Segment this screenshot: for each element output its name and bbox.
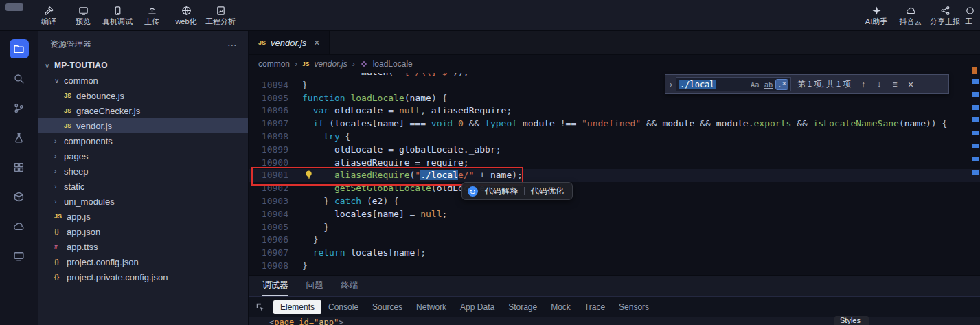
tree-item-uni-modules[interactable]: ›uni_modules bbox=[38, 194, 248, 209]
compile-button[interactable]: 编译 bbox=[33, 0, 65, 30]
breadcrumb-item-common[interactable]: common bbox=[258, 59, 290, 69]
code-line-10906: 10906} bbox=[249, 234, 980, 247]
devtools-tab-sources[interactable]: Sources bbox=[365, 300, 409, 314]
tree-item-mp-toutiao[interactable]: ∨MP-TOUTIAO bbox=[38, 58, 248, 73]
devtools-tab-console[interactable]: Console bbox=[321, 300, 365, 314]
panel-tab-problems[interactable]: 问题 bbox=[306, 276, 323, 296]
code-line-10907: 10907return locales[name]; bbox=[249, 247, 980, 260]
bottom-panel: 调试器问题终端 ElementsConsoleSourcesNetworkApp… bbox=[249, 275, 980, 325]
styles-panel-tab[interactable]: Styles bbox=[834, 316, 869, 325]
sidebar-title: 资源管理器 bbox=[50, 38, 91, 50]
tree-item-sheep[interactable]: ›sheep bbox=[38, 164, 248, 179]
tab-vendor-js[interactable]: JS vendor.js × bbox=[249, 31, 330, 54]
explorer-icon bbox=[13, 43, 25, 55]
devtools-tab-app-data[interactable]: App Data bbox=[453, 300, 501, 314]
previous-match-button[interactable]: ↑ bbox=[857, 80, 869, 89]
code-line-10899: 10899oldLocale = globalLocale._abbr; bbox=[249, 144, 980, 157]
devtools-tab-storage[interactable]: Storage bbox=[501, 300, 544, 314]
match-case-button[interactable]: Aa bbox=[749, 80, 761, 89]
share-report-button[interactable]: 分享上报 bbox=[929, 0, 961, 30]
activity-package[interactable] bbox=[10, 187, 29, 206]
json-badge: {} bbox=[54, 258, 67, 265]
code-line-10904: 10904locales[name] = null; bbox=[249, 208, 980, 221]
dom-close-bracket: > bbox=[339, 317, 343, 325]
activity-source-control[interactable] bbox=[10, 98, 29, 117]
dom-tag: page bbox=[274, 317, 294, 325]
tree-item-app-js[interactable]: JSapp.js bbox=[38, 209, 248, 224]
explain-code-button[interactable]: 代码解释 bbox=[485, 186, 518, 197]
extensions-icon bbox=[13, 161, 25, 173]
lightbulb-icon[interactable] bbox=[304, 170, 314, 180]
optimize-code-button[interactable]: 代码优化 bbox=[531, 186, 564, 197]
activity-cloud[interactable] bbox=[10, 216, 29, 236]
activity-search[interactable] bbox=[10, 69, 29, 88]
more-actions-icon[interactable]: ⋯ bbox=[227, 39, 237, 50]
tree-item-common[interactable]: ∨common bbox=[38, 73, 248, 88]
toggle-replace-icon[interactable]: › bbox=[670, 80, 672, 89]
code-editor[interactable]: match('^[^/\\]*$'));10894}10895function … bbox=[249, 73, 980, 275]
devtools-tab-network[interactable]: Network bbox=[409, 300, 453, 314]
inspect-element-icon[interactable] bbox=[255, 302, 271, 312]
upload-icon bbox=[147, 5, 157, 16]
sidebar-header: 资源管理器 ⋯ bbox=[38, 31, 248, 58]
ruler-change-mark bbox=[972, 144, 979, 148]
tree-item-components[interactable]: ›components bbox=[38, 133, 248, 148]
toolbar-right-group: AI助手抖音云分享上报工 bbox=[856, 0, 980, 30]
tools-icon bbox=[965, 5, 975, 16]
dom-tree-row[interactable]: <page id="app"> bbox=[249, 317, 980, 325]
tree-item-project-private-config-json[interactable]: {}project.private.config.json bbox=[38, 269, 248, 284]
find-input[interactable]: ./local Aa ab .* bbox=[676, 77, 791, 91]
tree-item-pages[interactable]: ›pages bbox=[38, 148, 248, 164]
ai-assistant-button[interactable]: AI助手 bbox=[861, 0, 892, 30]
ruler-change-mark bbox=[972, 117, 979, 122]
activity-debug[interactable] bbox=[10, 128, 29, 147]
device-debug-button[interactable]: 真机调试 bbox=[102, 0, 133, 30]
devtools-tab-mock[interactable]: Mock bbox=[544, 300, 578, 314]
regex-button[interactable]: .* bbox=[776, 80, 788, 89]
ruler-change-mark bbox=[972, 105, 979, 110]
close-icon[interactable]: × bbox=[314, 37, 319, 48]
panel-tab-terminal[interactable]: 终端 bbox=[341, 276, 358, 296]
activity-explorer[interactable] bbox=[10, 39, 29, 58]
tools-button[interactable]: 工 bbox=[964, 0, 976, 30]
devtools-tab-elements[interactable]: Elements bbox=[273, 300, 321, 314]
douyin-cloud-icon bbox=[906, 5, 916, 16]
upload-button[interactable]: 上传 bbox=[136, 0, 168, 30]
devtools-tab-trace[interactable]: Trace bbox=[578, 300, 612, 314]
chevron-down-icon: ∨ bbox=[45, 62, 54, 69]
preview-button[interactable]: 预览 bbox=[67, 0, 99, 30]
code-line-10903: 10903} catch (e2) { bbox=[249, 195, 980, 208]
package-icon bbox=[13, 191, 25, 203]
code-line-10896: 10896var oldLocale = null, aliasedRequir… bbox=[249, 104, 980, 117]
tree-item-app-json[interactable]: {}app.json bbox=[38, 224, 248, 239]
code-line-10900: 10900aliasedRequire = require; bbox=[249, 157, 980, 170]
activity-extensions[interactable] bbox=[10, 157, 29, 177]
compile-icon bbox=[44, 5, 54, 16]
analysis-button[interactable]: 工程分析 bbox=[205, 0, 236, 30]
panel-tab-debugger[interactable]: 调试器 bbox=[262, 276, 288, 296]
web-button[interactable]: web化 bbox=[170, 0, 202, 30]
tree-item-vendor-js[interactable]: JSvendor.js bbox=[38, 118, 248, 133]
tree-item-gracechecker-js[interactable]: JSgraceChecker.js bbox=[38, 103, 248, 118]
devtools-toolbar: ElementsConsoleSourcesNetworkApp DataSto… bbox=[249, 296, 980, 317]
douyin-cloud-button[interactable]: 抖音云 bbox=[895, 0, 926, 30]
next-match-button[interactable]: ↓ bbox=[873, 80, 885, 89]
breadcrumb-item-vendor-js[interactable]: vendor.js bbox=[314, 59, 347, 69]
panel-tabs: 调试器问题终端 bbox=[249, 276, 980, 296]
tree-item-static[interactable]: ›static bbox=[38, 179, 248, 194]
overview-ruler[interactable] bbox=[970, 31, 980, 275]
flask-icon bbox=[13, 132, 25, 144]
activity-remote[interactable] bbox=[10, 246, 29, 265]
file-tree: ∨MP-TOUTIAO∨commonJSdebounce.jsJSgraceCh… bbox=[38, 58, 248, 284]
devtools-tabs: ElementsConsoleSourcesNetworkApp DataSto… bbox=[273, 300, 656, 314]
tree-item-project-config-json[interactable]: {}project.config.json bbox=[38, 254, 248, 269]
devtools-tab-sensors[interactable]: Sensors bbox=[612, 300, 656, 314]
find-in-selection-button[interactable]: ≡ bbox=[889, 80, 901, 89]
find-widget: › ./local Aa ab .* 第 1 项, 共 1 项 ↑ ↓ ≡ × bbox=[665, 74, 949, 94]
breadcrumb-item-loadlocale[interactable]: loadLocale bbox=[373, 59, 413, 69]
tree-item-app-ttss[interactable]: #app.ttss bbox=[38, 239, 248, 254]
tree-item-debounce-js[interactable]: JSdebounce.js bbox=[38, 88, 248, 103]
whole-word-button[interactable]: ab bbox=[763, 80, 775, 89]
code-line-10897: 10897if (locales[name] === void 0 && typ… bbox=[249, 117, 980, 131]
close-find-button[interactable]: × bbox=[904, 79, 917, 90]
